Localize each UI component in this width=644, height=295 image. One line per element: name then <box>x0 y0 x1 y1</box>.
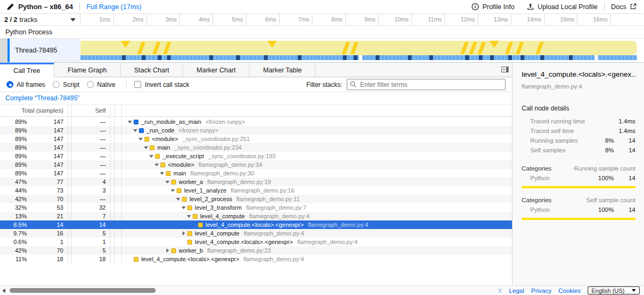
tracks-selector-button[interactable]: 2 / 2 tracks <box>0 14 80 25</box>
ruler-tick: 16ms <box>577 14 611 25</box>
table-row[interactable]: 89%147—mainflamegraph_demo.py:30 <box>0 169 512 178</box>
radio-native[interactable]: Native <box>87 81 115 88</box>
expander-open-icon[interactable] <box>127 119 133 125</box>
tree-cell: level_4_compute.<locals>.<genexpr>flameg… <box>121 255 512 263</box>
divider <box>126 80 127 90</box>
expander-open-icon[interactable] <box>186 213 192 219</box>
footer-close-button[interactable]: X <box>498 287 502 294</box>
footer-link-legal[interactable]: Legal <box>509 287 524 294</box>
breadcrumb-root-link[interactable]: Complete “Thread-78495” <box>5 94 79 102</box>
upload-profile-button[interactable]: Upload Local Profile <box>526 3 598 11</box>
expander-open-icon[interactable] <box>143 144 149 151</box>
table-row[interactable]: 8.5%1414level_4_compute.<locals>.<genexp… <box>0 220 512 229</box>
table-row[interactable]: 89%147—_execute_script_sync_coordinator.… <box>0 152 512 160</box>
file-location: flamegraph_demo.py:4 <box>244 256 304 262</box>
file-location: flamegraph_demo.py:4 <box>244 230 304 237</box>
tab-call-tree[interactable]: Call Tree <box>0 63 54 77</box>
invert-call-stack-checkbox[interactable]: Invert call stack <box>134 81 189 88</box>
expander-open-icon[interactable] <box>170 187 176 194</box>
table-row[interactable]: 13%217level_4_computeflamegraph_demo.py:… <box>0 212 512 220</box>
table-row[interactable]: 0.6%11level_4_compute.<locals>.<genexpr>… <box>0 238 512 246</box>
thread-track-row[interactable]: Thread-78495 <box>0 39 644 63</box>
expander-open-icon[interactable] <box>137 136 144 142</box>
expander-closed-icon[interactable] <box>164 247 171 254</box>
table-row[interactable]: 42%705worker_bflamegraph_demo.py:23 <box>0 246 512 255</box>
expander-open-icon[interactable] <box>153 161 160 168</box>
process-track-row[interactable]: Python Process <box>0 26 644 39</box>
footer-link-cookies[interactable]: Cookies <box>558 287 581 294</box>
full-range-button[interactable]: Full Range (17ms) <box>86 3 142 11</box>
total-samples-cell: 147 <box>27 153 63 159</box>
tree-cell: worker_aflamegraph_demo.py:19 <box>121 178 512 186</box>
total-percent-cell: 8.5% <box>0 222 27 228</box>
expander-open-icon[interactable] <box>180 204 187 211</box>
expander-open-icon[interactable] <box>159 170 165 176</box>
sidebar-toggle-icon <box>501 66 509 73</box>
category-color-swatch <box>134 257 138 262</box>
function-name: level_4_compute.<locals>.<genexpr> <box>195 239 293 245</box>
marker-slash-icon <box>137 42 145 54</box>
sidebar-node-title: level_4_compute.<locals>.<genex… <box>522 70 635 78</box>
table-row[interactable]: 89%147—<module>_sync_coordinator.py:251 <box>0 135 512 143</box>
table-row[interactable]: 42%70—level_2_processflamegraph_demo.py:… <box>0 195 512 203</box>
table-row[interactable]: 44%733level_1_analyzeflamegraph_demo.py:… <box>0 186 512 195</box>
filter-stacks-input[interactable] <box>347 79 506 90</box>
language-select[interactable]: English (US) <box>588 286 640 294</box>
table-row[interactable]: 89%147—<module>flamegraph_demo.py:34 <box>0 160 512 169</box>
marker-slash-icon <box>477 42 485 54</box>
category-bar <box>522 218 635 220</box>
language-select-value: English (US) <box>591 287 625 294</box>
thread-activity-track[interactable] <box>80 39 644 62</box>
horizontal-scrollbar-thumb[interactable] <box>10 288 156 293</box>
function-name: worker_b <box>179 247 203 254</box>
sample-dark-segment <box>490 55 494 60</box>
tab-marker-table[interactable]: Marker Table <box>250 63 316 77</box>
sample-dark-segment <box>236 55 240 60</box>
profile-info-button[interactable]: Profile Info <box>471 3 515 11</box>
timeline-ruler[interactable]: 1ms2ms3ms4ms5ms6ms7ms8ms9ms10ms11ms12ms1… <box>80 14 644 25</box>
dropdown-arrow-icon <box>70 18 76 21</box>
category-color-swatch <box>150 145 155 150</box>
function-name: level_3_transform <box>195 204 241 211</box>
table-row[interactable]: 9.7%165level_4_computeflamegraph_demo.py… <box>0 229 512 238</box>
table-row[interactable]: 89%147—main_sync_coordinator.py:234 <box>0 143 512 152</box>
sidebar-categories-header: CategoriesRunning sample count <box>522 165 635 175</box>
detail-value: 1.4ms <box>619 128 635 134</box>
total-percent-cell: 89% <box>0 119 27 125</box>
radio-script[interactable]: Script <box>53 81 79 88</box>
table-row[interactable]: 47%774worker_aflamegraph_demo.py:19 <box>0 178 512 186</box>
footer-link-privacy[interactable]: Privacy <box>531 287 552 294</box>
function-name: level_4_compute.<locals>.<genexpr> <box>141 256 239 262</box>
scroll-left-arrow-icon[interactable] <box>2 289 5 293</box>
table-row[interactable]: 11%1818level_4_compute.<locals>.<genexpr… <box>0 255 512 263</box>
category-value: 14 <box>628 175 635 181</box>
tree-cell: level_2_processflamegraph_demo.py:11 <box>121 195 512 203</box>
table-row[interactable]: 89%147—_run_module_as_main<frozen runpy> <box>0 117 512 126</box>
sidebar-category-row: Python100%14 <box>522 206 635 216</box>
expander-open-icon[interactable] <box>132 127 138 134</box>
category-color-swatch <box>187 231 192 236</box>
tab-marker-chart[interactable]: Marker Chart <box>183 63 250 77</box>
expander-open-icon[interactable] <box>164 179 171 185</box>
thread-label[interactable]: Thread-78495 <box>10 39 80 62</box>
tab-stack-chart[interactable]: Stack Chart <box>121 63 183 77</box>
sample-gap <box>359 55 362 60</box>
expander-open-icon[interactable] <box>175 196 181 202</box>
ruler-tick: 12ms <box>445 14 478 25</box>
expander-closed-icon[interactable] <box>180 230 187 237</box>
expander-open-icon[interactable] <box>148 153 155 159</box>
function-name: worker_a <box>179 179 203 185</box>
total-percent-cell: 9.7% <box>0 230 27 237</box>
sample-dark-segment <box>142 55 145 60</box>
table-row[interactable]: 32%5332level_3_transformflamegraph_demo.… <box>0 203 512 212</box>
radio-all-frames[interactable]: All frames <box>6 81 45 88</box>
tab-flame-graph[interactable]: Flame Graph <box>54 63 121 77</box>
function-name: <module> <box>168 161 194 168</box>
ruler-tick: 4ms <box>180 14 213 25</box>
divider <box>604 3 605 11</box>
table-row[interactable]: 89%147—_run_code<frozen runpy> <box>0 126 512 135</box>
detail-value: 14 <box>628 137 635 144</box>
docs-button[interactable]: Docs <box>611 3 638 11</box>
sidebar-toggle-button[interactable] <box>498 63 512 77</box>
checkbox-icon <box>134 81 141 88</box>
